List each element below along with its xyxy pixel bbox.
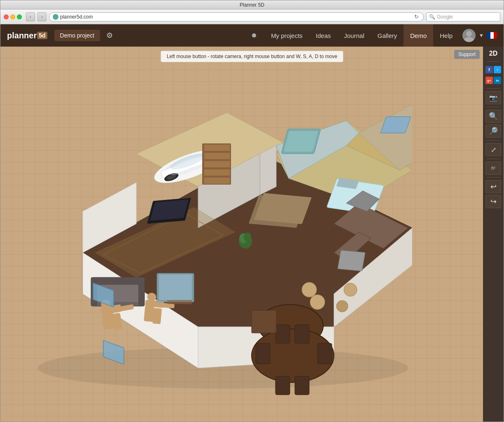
svg-rect-14 [254, 193, 312, 224]
svg-rect-74 [275, 376, 290, 395]
svg-rect-79 [167, 300, 192, 304]
nav-demo[interactable]: Demo [404, 24, 433, 47]
svg-rect-78 [252, 310, 276, 333]
back-button[interactable]: ‹ [26, 12, 35, 21]
svg-rect-76 [275, 325, 290, 343]
main-content: Support Left mouse button - rotate camer… [0, 47, 504, 422]
zoom-out-button[interactable]: 🔎 [485, 124, 501, 138]
maximize-button[interactable] [17, 14, 22, 19]
svg-marker-11 [260, 145, 276, 195]
svg-point-68 [310, 295, 325, 309]
twitter-button[interactable]: t [494, 66, 501, 73]
search-placeholder: Google [437, 14, 453, 20]
svg-rect-25 [204, 145, 230, 151]
social-buttons: f t [485, 66, 501, 73]
svg-rect-32 [284, 131, 318, 152]
view-2d-button[interactable]: 2D [489, 50, 497, 57]
url-text: planner5d.com [60, 14, 93, 20]
nav-right: ▼ [462, 29, 497, 42]
social-buttons-2: g+ in [485, 77, 501, 84]
language-flag[interactable] [487, 32, 497, 39]
traffic-lights [4, 14, 22, 19]
svg-rect-26 [204, 153, 230, 159]
svg-rect-51 [152, 308, 162, 324]
svg-rect-57 [150, 199, 189, 221]
divider-3 [486, 107, 500, 107]
divider-4 [486, 140, 500, 141]
support-button[interactable]: Support [454, 50, 480, 59]
svg-rect-29 [204, 178, 230, 184]
divider-6 [486, 177, 500, 178]
address-bar[interactable]: planner5d.com ↻ [49, 12, 424, 21]
page-title: Planner 5D [240, 2, 264, 8]
nav-journal[interactable]: Journal [338, 24, 371, 47]
dropdown-arrow[interactable]: ▼ [479, 33, 484, 38]
close-button[interactable] [4, 14, 9, 19]
project-name[interactable]: Demo project [54, 30, 100, 41]
forward-button[interactable]: › [37, 12, 47, 21]
undo-button[interactable]: ↩ [485, 180, 501, 193]
logo-planner: planner [7, 31, 37, 40]
svg-rect-65 [338, 250, 365, 271]
search-bar[interactable]: 🔍 Google [426, 12, 500, 21]
navbar: planner 5d Demo project ⚙ My projects Id… [0, 24, 504, 47]
app-area: planner 5d Demo project ⚙ My projects Id… [0, 24, 504, 422]
units-button[interactable]: ft² [485, 162, 501, 175]
settings-button[interactable]: ⚙ [103, 29, 116, 42]
logo: planner 5d [7, 31, 48, 40]
svg-rect-27 [204, 161, 230, 167]
fullscreen-button[interactable]: ⤢ [485, 143, 501, 156]
svg-rect-73 [317, 343, 332, 364]
svg-point-0 [466, 31, 472, 37]
nav-help[interactable]: Help [433, 24, 459, 47]
svg-point-69 [344, 283, 357, 296]
search-icon: 🔍 [429, 14, 435, 20]
svg-rect-28 [204, 169, 230, 176]
nav-gallery[interactable]: Gallery [371, 24, 404, 47]
refresh-button[interactable]: ↻ [413, 13, 420, 21]
svg-point-1 [464, 37, 474, 42]
user-avatar[interactable] [462, 29, 476, 42]
svg-rect-53 [159, 274, 192, 300]
svg-rect-41 [91, 277, 145, 285]
browser-titlebar: Planner 5D [0, 0, 504, 9]
nav-ideas[interactable]: Ideas [309, 24, 338, 47]
svg-rect-72 [256, 343, 270, 364]
svg-point-61 [244, 232, 251, 241]
svg-point-70 [336, 300, 348, 312]
svg-rect-75 [295, 376, 309, 395]
facebook-button[interactable]: f [485, 66, 493, 73]
screenshot-button[interactable]: 📷 [485, 91, 501, 104]
divider-2 [486, 88, 500, 89]
browser-controls: ‹ › planner5d.com ↻ 🔍 Google [0, 9, 504, 24]
logo-5d: 5d [37, 32, 47, 39]
minimize-button[interactable] [10, 14, 15, 19]
zoom-in-button[interactable]: 🔍 [485, 110, 501, 123]
units-label: ft² [491, 166, 495, 171]
house-3d-view[interactable] [21, 80, 412, 401]
tooltip-bar: Left mouse button - rotate camera, right… [161, 51, 343, 62]
linkedin-button[interactable]: in [494, 77, 501, 84]
svg-point-67 [302, 282, 317, 297]
tooltip-text: Left mouse button - rotate camera, right… [167, 54, 337, 59]
ssl-icon [53, 14, 58, 20]
divider-5 [486, 159, 500, 159]
canvas-background: Left mouse button - rotate camera, right… [0, 47, 504, 422]
googleplus-button[interactable]: g+ [485, 77, 493, 84]
divider-1 [486, 61, 500, 62]
nav-links: My projects Ideas Journal Gallery Demo H… [264, 24, 459, 47]
svg-rect-77 [295, 325, 309, 343]
right-sidebar: 2D f t g+ in 📷 🔍 🔎 ⤢ [483, 47, 504, 422]
nav-my-projects[interactable]: My projects [264, 24, 309, 47]
browser-frame: Planner 5D ‹ › planner5d.com ↻ 🔍 Google … [0, 0, 504, 422]
nav-dot-indicator [252, 33, 256, 38]
redo-button[interactable]: ↪ [485, 195, 501, 208]
